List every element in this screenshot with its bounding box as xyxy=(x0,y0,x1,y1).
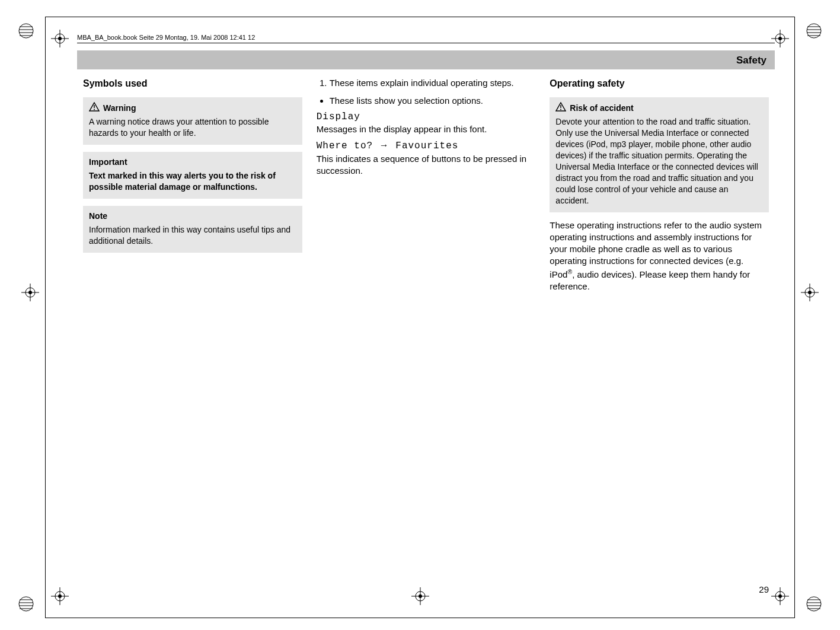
svg-point-50 xyxy=(94,109,95,110)
important-box-body: Text marked in this way alerts you to th… xyxy=(89,170,296,193)
title-bar: Safety xyxy=(77,50,775,69)
warning-box: Warning A warning notice draws your atte… xyxy=(83,97,302,145)
registration-mark-icon xyxy=(806,596,822,612)
registration-mark-icon xyxy=(18,23,34,39)
important-box-title: Important xyxy=(89,157,127,168)
crop-line-right xyxy=(794,17,795,618)
warning-box-title: Warning xyxy=(103,103,136,114)
note-box-body: Information marked in this way contains … xyxy=(89,224,296,247)
column-2: These items explain individual operating… xyxy=(317,77,536,296)
risk-box-body: Devote your attention to the road and tr… xyxy=(555,116,763,206)
important-box: Important Text marked in this way alerts… xyxy=(83,152,302,199)
display-sample: Display xyxy=(317,111,536,124)
bullet-item: These lists show you selection options. xyxy=(330,95,536,107)
crop-line-bottom xyxy=(45,618,795,618)
header-rule xyxy=(77,43,775,43)
registered-trademark-icon: ® xyxy=(567,268,572,275)
column-1: Symbols used Warning A warning notice dr… xyxy=(83,77,302,296)
warning-icon xyxy=(89,102,100,114)
crosshair-icon xyxy=(411,587,429,605)
sequence-right: Favourites xyxy=(395,141,458,151)
crosshair-icon xyxy=(771,30,789,47)
running-head: MBA_BA_book.book Seite 29 Montag, 19. Ma… xyxy=(77,33,255,42)
bullet-list: These lists show you selection options. xyxy=(317,95,536,107)
page-title: Safety xyxy=(736,54,766,68)
note-box-title: Note xyxy=(89,211,107,222)
crosshair-icon xyxy=(51,587,69,605)
risk-box-title: Risk of accident xyxy=(570,103,633,114)
col3-para-post: , audio devices). Please keep them handy… xyxy=(550,269,750,291)
crosshair-icon xyxy=(21,284,39,301)
warning-box-body: A warning notice draws your attention to… xyxy=(89,116,296,139)
crop-line-left xyxy=(45,17,46,618)
sequence-left: Where to? xyxy=(317,141,373,151)
column-3: Operating safety Risk of accident Devote… xyxy=(550,77,769,296)
col3-body-para: These operating instructions refer to th… xyxy=(550,219,769,293)
registration-mark-icon xyxy=(806,23,822,39)
operating-safety-heading: Operating safety xyxy=(550,77,769,90)
step-item: These items explain individual operating… xyxy=(330,77,536,89)
arrow-icon: → xyxy=(379,140,389,150)
crop-line-top xyxy=(45,17,795,17)
numbered-steps: These items explain individual operating… xyxy=(317,77,536,89)
note-box: Note Information marked in this way cont… xyxy=(83,206,302,253)
page-number: 29 xyxy=(759,584,769,596)
symbols-used-heading: Symbols used xyxy=(83,77,302,90)
page-root: MBA_BA_book.book Seite 29 Montag, 19. Ma… xyxy=(0,0,840,630)
registration-mark-icon xyxy=(18,596,34,612)
warning-icon xyxy=(555,102,566,114)
svg-point-53 xyxy=(560,109,561,110)
display-caption: Messages in the display appear in this f… xyxy=(317,123,536,135)
crosshair-icon xyxy=(51,30,69,47)
content-columns: Symbols used Warning A warning notice dr… xyxy=(83,77,769,296)
sequence-sample: Where to? → Favourites xyxy=(317,139,536,153)
sequence-caption: This indicates a sequence of buttons to … xyxy=(317,153,536,177)
risk-box: Risk of accident Devote your attention t… xyxy=(550,97,769,212)
crosshair-icon xyxy=(771,587,789,605)
crosshair-icon xyxy=(801,284,819,301)
